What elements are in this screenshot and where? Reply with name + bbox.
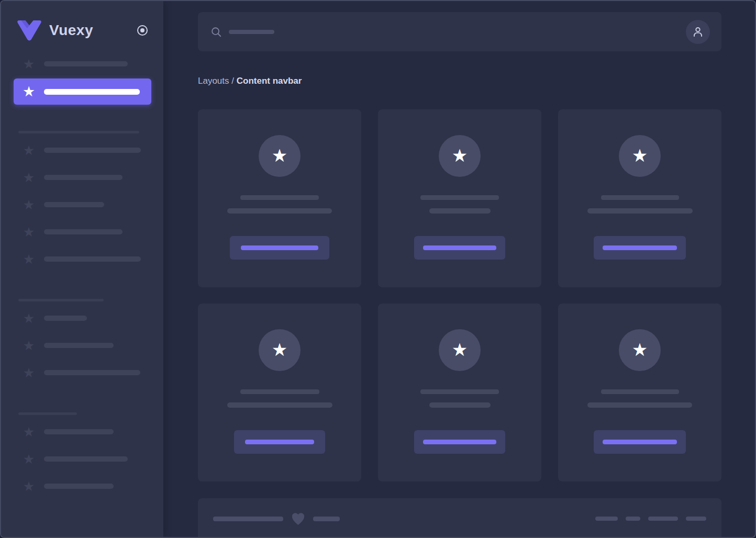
feature-card: ★	[558, 304, 721, 481]
search-input[interactable]	[210, 26, 686, 38]
card-action-button[interactable]	[414, 430, 505, 454]
skeleton-bar	[44, 148, 141, 153]
skeleton-bar	[44, 429, 114, 434]
footer-right-group	[595, 517, 706, 521]
skeleton-line	[240, 195, 319, 200]
skeleton-line	[420, 389, 499, 394]
sidebar-section-divider	[18, 299, 104, 301]
skeleton-line	[601, 195, 679, 200]
sidebar-header: Vuexy	[1, 1, 163, 41]
skeleton-line	[429, 208, 491, 214]
sidebar-item-active[interactable]: ★	[14, 79, 151, 105]
button-label-bar	[241, 245, 318, 250]
card-action-button[interactable]	[414, 236, 505, 260]
sidebar-nav: ★★★★★★★★★★★★★	[1, 50, 163, 500]
card-avatar-circle: ★	[259, 135, 301, 177]
footer	[198, 498, 721, 538]
button-label-bar	[603, 440, 677, 444]
star-icon: ★	[22, 480, 36, 493]
skeleton-line	[601, 389, 679, 394]
card-avatar-circle: ★	[439, 329, 481, 371]
skeleton-bar	[44, 316, 87, 321]
footer-skeleton-bar	[595, 517, 618, 521]
skeleton-bar	[44, 229, 123, 234]
sidebar-item-skeleton[interactable]: ★	[1, 359, 163, 386]
sidebar-item-skeleton[interactable]: ★	[1, 245, 163, 273]
skeleton-bar	[44, 175, 123, 180]
star-icon: ★	[22, 85, 36, 99]
footer-skeleton-bar	[626, 517, 640, 521]
breadcrumb-separator: /	[229, 76, 237, 86]
sidebar-item-skeleton[interactable]: ★	[1, 418, 163, 445]
skeleton-line	[240, 389, 319, 394]
skeleton-bar	[44, 370, 140, 375]
button-label-bar	[423, 440, 496, 444]
star-icon: ★	[632, 147, 648, 166]
skeleton-line	[227, 208, 332, 214]
sidebar-item-skeleton[interactable]: ★	[1, 50, 163, 77]
card-action-button[interactable]	[594, 430, 686, 454]
card-action-button[interactable]	[234, 430, 325, 454]
card-action-button[interactable]	[594, 236, 686, 260]
footer-skeleton-bar	[213, 517, 283, 521]
feature-card: ★	[378, 109, 541, 287]
skeleton-line	[420, 195, 499, 200]
search-icon	[210, 26, 222, 38]
star-icon: ★	[22, 453, 36, 466]
star-icon: ★	[22, 198, 36, 211]
skeleton-bar	[44, 343, 114, 348]
sidebar-item-skeleton[interactable]: ★	[1, 305, 163, 332]
star-icon: ★	[272, 147, 287, 166]
footer-skeleton-bar	[313, 517, 340, 521]
sidebar-item-skeleton[interactable]: ★	[1, 332, 163, 359]
footer-skeleton-bar	[648, 517, 678, 521]
sidebar: Vuexy ★★★★★★★★★★★★★	[1, 1, 163, 537]
sidebar-item-skeleton[interactable]: ★	[1, 473, 163, 500]
star-icon: ★	[272, 341, 287, 360]
vuexy-logo-icon[interactable]	[17, 20, 42, 41]
app-frame: Vuexy ★★★★★★★★★★★★★	[0, 0, 756, 538]
skeleton-bar	[44, 202, 104, 207]
sidebar-item-skeleton[interactable]: ★	[1, 191, 163, 218]
sidebar-item-skeleton[interactable]: ★	[1, 445, 163, 473]
star-icon: ★	[452, 341, 468, 360]
star-icon: ★	[22, 312, 36, 325]
button-label-bar	[603, 245, 677, 250]
card-grid: ★★★★★★	[198, 109, 721, 481]
breadcrumb: Layouts / Content navbar	[198, 76, 721, 86]
search-placeholder-bar	[229, 30, 274, 34]
button-label-bar	[245, 440, 314, 444]
top-navbar	[198, 12, 721, 51]
skeleton-bar	[44, 484, 114, 489]
sidebar-pin-toggle-icon[interactable]	[136, 24, 149, 37]
star-icon: ★	[22, 425, 36, 439]
sidebar-section-divider	[18, 131, 139, 133]
feature-card: ★	[198, 304, 361, 481]
star-icon: ★	[22, 253, 36, 266]
breadcrumb-link-layouts[interactable]: Layouts	[198, 76, 229, 86]
brand-title: Vuexy	[49, 22, 136, 39]
heart-icon	[291, 511, 306, 526]
card-avatar-circle: ★	[619, 135, 661, 177]
star-icon: ★	[22, 171, 36, 184]
card-action-button[interactable]	[230, 236, 329, 260]
button-label-bar	[423, 245, 496, 250]
skeleton-bar	[44, 456, 128, 462]
card-avatar-circle: ★	[619, 329, 661, 371]
skeleton-bar	[44, 61, 128, 66]
star-icon: ★	[22, 144, 36, 157]
feature-card: ★	[558, 109, 721, 287]
skeleton-line	[587, 402, 692, 408]
star-icon: ★	[22, 339, 36, 352]
sidebar-item-skeleton[interactable]: ★	[1, 164, 163, 191]
star-icon: ★	[632, 341, 648, 360]
star-icon: ★	[452, 147, 468, 166]
card-avatar-circle: ★	[439, 135, 481, 177]
breadcrumb-current: Content navbar	[237, 76, 302, 86]
user-avatar-button[interactable]	[686, 20, 710, 44]
sidebar-item-skeleton[interactable]: ★	[1, 137, 163, 164]
skeleton-line	[227, 402, 332, 408]
skeleton-line	[429, 402, 491, 408]
sidebar-item-skeleton[interactable]: ★	[1, 218, 163, 245]
star-icon: ★	[22, 366, 36, 379]
